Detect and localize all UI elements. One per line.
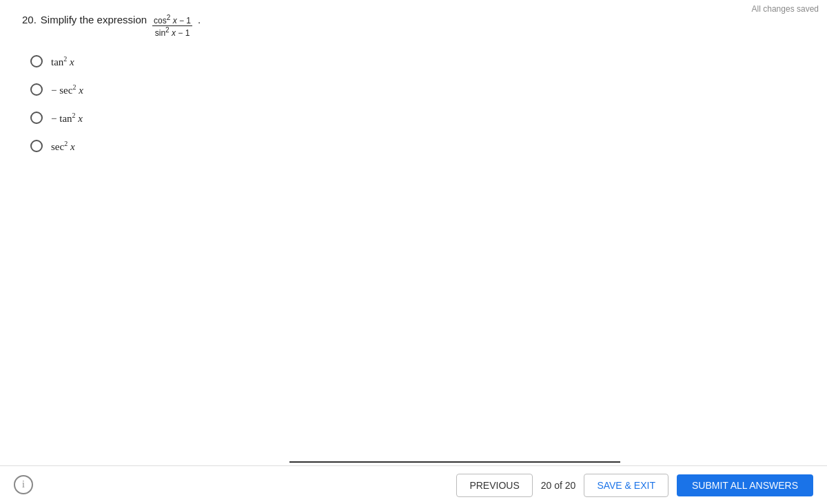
fraction-denominator: sin2 x − 1	[154, 26, 192, 38]
option-a-label: tan2 x	[51, 55, 74, 68]
question-period: .	[198, 14, 201, 25]
question-fraction: cos2 x − 1 sin2 x − 1	[152, 14, 192, 39]
page-underline	[289, 461, 620, 463]
option-d[interactable]: sec2 x	[30, 140, 805, 153]
option-b-label: − sec2 x	[51, 83, 83, 96]
submit-button[interactable]: SUBMIT ALL ANSWERS	[677, 474, 813, 496]
radio-a[interactable]	[30, 55, 43, 67]
radio-c[interactable]	[30, 112, 43, 124]
bottom-bar: i PREVIOUS 20 of 20 SAVE & EXIT SUBMIT A…	[0, 465, 827, 504]
question-number: 20.	[22, 14, 37, 25]
fraction-numerator: cos2 x − 1	[152, 14, 192, 26]
previous-button[interactable]: PREVIOUS	[456, 474, 532, 497]
radio-d[interactable]	[30, 140, 43, 152]
question-header: 20. Simplify the expression cos2 x − 1 s…	[22, 14, 805, 39]
option-a[interactable]: tan2 x	[30, 55, 805, 68]
option-b[interactable]: − sec2 x	[30, 83, 805, 96]
save-exit-button[interactable]: SAVE & EXIT	[584, 474, 668, 497]
option-c-label: − tan2 x	[51, 112, 83, 125]
info-icon[interactable]: i	[14, 475, 33, 494]
saved-status: All changes saved	[752, 4, 819, 14]
question-prompt: Simplify the expression	[41, 14, 147, 25]
progress-text: 20 of 20	[541, 480, 576, 491]
radio-b[interactable]	[30, 83, 43, 96]
question-area: 20. Simplify the expression cos2 x − 1 s…	[0, 0, 827, 169]
option-c[interactable]: − tan2 x	[30, 112, 805, 125]
options-list: tan2 x − sec2 x − tan2 x sec2 x	[22, 55, 805, 153]
option-d-label: sec2 x	[51, 140, 75, 153]
